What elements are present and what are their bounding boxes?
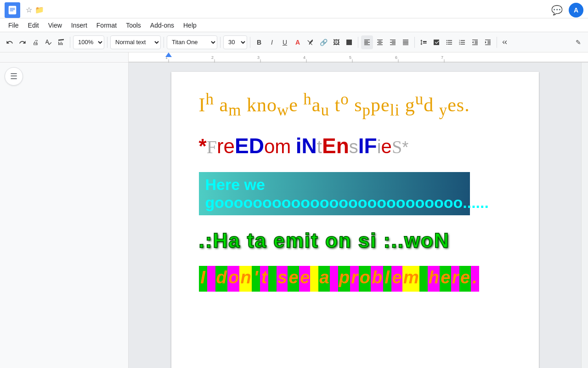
- menu-addons[interactable]: Add-ons: [147, 20, 178, 30]
- spellcheck-button[interactable]: [42, 35, 54, 49]
- document-outline-button[interactable]: ☰: [5, 67, 23, 86]
- insert-image2-button[interactable]: [343, 35, 355, 49]
- text-color-button[interactable]: A: [292, 35, 304, 49]
- app-icon: [5, 2, 20, 18]
- line5-char: t: [260, 266, 268, 292]
- ruler: 1 2 3 4 5 6 7: [129, 52, 588, 62]
- menu-format[interactable]: Format: [93, 20, 120, 30]
- l2-char-En: En: [322, 134, 349, 158]
- folder-icon[interactable]: 📁: [35, 6, 44, 14]
- comment-icon[interactable]: 💬: [549, 3, 564, 17]
- undo-button[interactable]: [4, 35, 16, 49]
- fontsize-select-wrap: 30: [223, 35, 247, 49]
- line5-char: o: [359, 266, 371, 292]
- line5-char: .: [471, 266, 479, 292]
- menu-view[interactable]: View: [45, 20, 66, 30]
- ruler-area: 1 2 3 4 5 6 7: [0, 52, 588, 63]
- menu-insert[interactable]: Insert: [68, 20, 91, 30]
- text-line-2: *FreEDom iNtEnsIFieS*: [199, 133, 511, 158]
- line1-text: Ih am knowe hau to sppeli gud yes.: [199, 94, 470, 115]
- line5-char: [310, 266, 318, 292]
- font-select-wrap: Titan One: [167, 35, 217, 49]
- menu-tools[interactable]: Tools: [122, 20, 145, 30]
- line5-char: r: [350, 266, 358, 292]
- divider-7: [414, 37, 415, 48]
- line5-char: [268, 266, 277, 292]
- menu-help[interactable]: Help: [180, 20, 200, 30]
- main-area: ☰ Ih am knowe hau to sppeli gud yes. *Fr…: [0, 63, 588, 368]
- line5-char: r: [451, 266, 459, 292]
- l2-char-ED: ED: [235, 134, 264, 158]
- l2-char-star2: *: [402, 138, 408, 157]
- line5-char: e: [299, 266, 310, 292]
- line3-banner: Here we goooooooooooooooooooooooooo.....…: [199, 172, 470, 215]
- divider-8: [497, 37, 497, 48]
- italic-button[interactable]: I: [266, 35, 278, 49]
- divider-2: [107, 37, 107, 48]
- align-center-button[interactable]: [374, 35, 386, 49]
- l2-char-star: *: [199, 135, 207, 157]
- bullets-button[interactable]: [443, 35, 455, 49]
- menu-bar: File Edit View Insert Format Tools Add-o…: [0, 18, 588, 32]
- line5-char: [330, 266, 338, 292]
- numbered-list-button[interactable]: [456, 35, 468, 49]
- l2-char-S: S: [392, 137, 402, 157]
- redo-button[interactable]: [17, 35, 28, 49]
- l2-char-F: F: [207, 137, 217, 157]
- line5-char: I: [199, 266, 207, 292]
- indent-decrease-button[interactable]: [469, 35, 481, 49]
- menu-file[interactable]: File: [5, 20, 23, 30]
- font-select[interactable]: Titan One: [167, 35, 217, 49]
- print-button[interactable]: 🖨: [29, 35, 41, 49]
- align-left-button[interactable]: [361, 35, 373, 49]
- divider-3: [164, 37, 164, 48]
- indent-increase-button[interactable]: [482, 35, 494, 49]
- clear-formatting-button[interactable]: [500, 35, 512, 49]
- style-select-wrap: Normal text: [110, 35, 161, 49]
- zoom-select[interactable]: 100%: [73, 35, 104, 49]
- svg-text:3: 3: [257, 55, 260, 60]
- line5-char: s: [277, 266, 288, 292]
- text-line-5: I don't see a problem here.: [199, 266, 511, 292]
- line5-char: d: [215, 266, 227, 292]
- align-justify-button[interactable]: [400, 35, 412, 49]
- document-page: Ih am knowe hau to sppeli gud yes. *FreE…: [171, 72, 539, 368]
- underline-button[interactable]: U: [279, 35, 291, 49]
- align-right-button[interactable]: [387, 35, 399, 49]
- menu-edit[interactable]: Edit: [24, 20, 43, 30]
- line5-char: l: [383, 266, 391, 292]
- bold-button[interactable]: B: [253, 35, 265, 49]
- text-line-3: Here we goooooooooooooooooooooooooo.....…: [199, 172, 511, 215]
- line5-char: m: [402, 266, 419, 292]
- divider-5: [250, 37, 250, 48]
- line5-char: b: [371, 266, 383, 292]
- more-options-button[interactable]: ✎: [572, 35, 584, 49]
- star-icon[interactable]: ☆: [26, 6, 32, 14]
- l2-char-t: t: [317, 137, 322, 157]
- link-button[interactable]: 🔗: [317, 35, 329, 49]
- title-bar: ☆ 📁 💬 A: [0, 0, 588, 18]
- fontsize-select[interactable]: 30: [223, 35, 247, 49]
- svg-marker-19: [165, 52, 172, 57]
- title-area: ☆ 📁: [23, 6, 547, 14]
- line5-char: [419, 266, 428, 292]
- line5-char: [207, 266, 215, 292]
- top-right-actions: 💬 A: [549, 3, 583, 17]
- style-select[interactable]: Normal text: [110, 35, 161, 49]
- line5-container: I don't see a problem here.: [199, 266, 479, 292]
- paint-format-button[interactable]: [55, 35, 67, 49]
- scrollbar[interactable]: [581, 63, 588, 368]
- svg-text:7: 7: [441, 55, 443, 60]
- insert-image-button[interactable]: 🖼: [330, 35, 342, 49]
- line5-char: h: [428, 266, 440, 292]
- account-icon[interactable]: A: [569, 3, 583, 17]
- l2-char-e: e: [381, 136, 392, 157]
- page-area[interactable]: Ih am knowe hau to sppeli gud yes. *FreE…: [129, 63, 581, 368]
- line5-char: o: [227, 266, 239, 292]
- line-spacing-button[interactable]: [418, 35, 430, 49]
- checklist-button[interactable]: [430, 35, 442, 49]
- divider-6: [358, 37, 358, 48]
- zoom-select-wrap: 100%: [73, 35, 104, 49]
- l2-char-sp: [291, 138, 296, 157]
- highlight-button[interactable]: [305, 35, 317, 49]
